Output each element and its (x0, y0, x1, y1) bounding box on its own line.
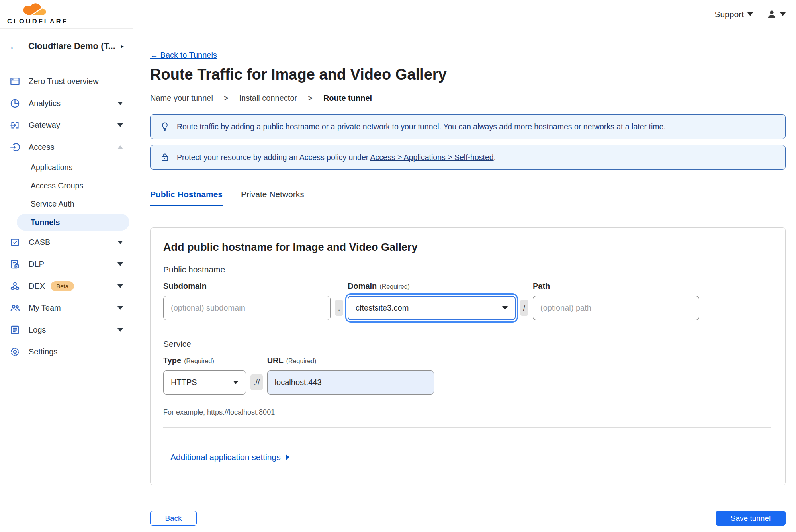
service-field-row: Type(Required) HTTPS :// URL(Required) (163, 356, 772, 395)
chevron-down-icon (117, 328, 123, 332)
gateway-icon (10, 120, 20, 131)
support-menu[interactable]: Support (714, 10, 753, 19)
back-arrow-icon[interactable]: ← (9, 41, 20, 52)
footer-actions: Back Save tunnel (150, 511, 786, 526)
chevron-right-icon[interactable]: ▸ (121, 43, 124, 50)
chevron-down-icon (117, 284, 123, 288)
url-input[interactable] (267, 370, 434, 395)
slash-separator: / (520, 300, 528, 316)
sidebar-item-my-team[interactable]: My Team (0, 297, 133, 319)
sidebar-item-access-groups[interactable]: Access Groups (0, 176, 133, 195)
chevron-down-icon (233, 381, 239, 384)
additional-application-settings-toggle[interactable]: Additional application settings (170, 452, 289, 462)
top-header: CLOUDFLARE Support (0, 0, 796, 28)
breadcrumb: Name your tunnel > Install connector > R… (150, 94, 786, 103)
sidebar-item-access[interactable]: Access (0, 136, 133, 158)
team-name: Cloudflare Demo (T... (28, 41, 121, 51)
public-hostname-card: Add public hostname for Image and Video … (150, 227, 786, 485)
support-label: Support (714, 10, 744, 19)
domain-select[interactable]: cftestsite3.com (348, 296, 516, 320)
casb-icon (10, 237, 20, 248)
info-banner-route-traffic: Route traffic by adding a public hostnam… (150, 114, 786, 139)
banner-text: Protect your resource by adding an Acces… (177, 153, 496, 162)
sidebar-nav: Zero Trust overview Analytics Gateway (0, 64, 133, 367)
domain-required-hint: (Required) (379, 283, 410, 290)
chevron-up-icon (117, 145, 123, 149)
sidebar-item-tunnels[interactable]: Tunnels (17, 214, 129, 231)
sidebar-item-logs[interactable]: Logs (0, 319, 133, 341)
sidebar-item-casb[interactable]: CASB (0, 231, 133, 253)
banner-text: Route traffic by adding a public hostnam… (177, 122, 666, 131)
save-tunnel-button[interactable]: Save tunnel (716, 511, 786, 526)
access-icon (10, 142, 20, 153)
gear-icon (10, 346, 20, 357)
chevron-right-icon (286, 454, 289, 460)
sidebar-item-label: Access (29, 143, 54, 152)
breadcrumb-separator: > (224, 94, 229, 103)
user-account-menu[interactable] (767, 9, 786, 20)
main-content: ← Back to Tunnels Route Traffic for Imag… (133, 28, 796, 532)
type-label-text: Type (163, 356, 181, 365)
sidebar-item-gateway[interactable]: Gateway (0, 114, 133, 136)
step-route-tunnel: Route tunnel (323, 94, 372, 103)
overview-icon (10, 76, 20, 87)
access-applications-self-hosted-link[interactable]: Access > Applications > Self-hosted (370, 153, 494, 162)
banner-text-suffix: . (494, 153, 496, 162)
tab-public-hostnames[interactable]: Public Hostnames (150, 190, 223, 206)
lock-icon (160, 153, 170, 162)
sidebar-item-applications[interactable]: Applications (0, 158, 133, 176)
dex-icon (10, 281, 20, 291)
sidebar-item-label: Settings (29, 347, 57, 356)
tab-private-networks[interactable]: Private Networks (241, 190, 304, 206)
chevron-down-icon (117, 241, 123, 244)
domain-label-text: Domain (348, 282, 377, 290)
tab-bar: Public Hostnames Private Networks (150, 190, 786, 206)
sidebar-item-zero-trust-overview[interactable]: Zero Trust overview (0, 70, 133, 92)
card-heading: Add public hostname for Image and Video … (163, 241, 772, 254)
sidebar-subitem-label: Applications (31, 163, 72, 172)
url-label: URL(Required) (267, 356, 434, 365)
chevron-down-icon (502, 306, 508, 310)
sidebar-item-settings[interactable]: Settings (0, 341, 133, 363)
analytics-icon (10, 98, 20, 109)
back-to-tunnels-link[interactable]: ← Back to Tunnels (150, 51, 217, 60)
sidebar-item-analytics[interactable]: Analytics (0, 92, 133, 114)
type-label: Type(Required) (163, 356, 246, 365)
sidebar-subitem-label: Service Auth (31, 200, 74, 209)
hostname-field-row: Subdomain . Domain(Required) cftestsite3… (163, 282, 772, 320)
sidebar-item-dex[interactable]: DEX Beta (0, 275, 133, 297)
scheme-separator: :// (250, 374, 263, 390)
url-label-text: URL (267, 356, 284, 365)
additional-settings-label: Additional application settings (170, 452, 281, 462)
service-type-select[interactable]: HTTPS (163, 370, 246, 395)
dlp-icon (10, 259, 20, 270)
card-divider (163, 427, 771, 428)
path-input[interactable] (533, 296, 699, 320)
sidebar-item-label: CASB (29, 238, 50, 247)
subdomain-label: Subdomain (163, 282, 331, 291)
path-label: Path (533, 282, 699, 291)
domain-label: Domain(Required) (348, 282, 516, 291)
sidebar-item-service-auth[interactable]: Service Auth (0, 195, 133, 213)
cloudflare-cloud-icon (19, 3, 57, 17)
chevron-down-icon (780, 12, 786, 16)
subdomain-input[interactable] (163, 296, 331, 320)
service-type-value: HTTPS (171, 378, 197, 387)
back-button[interactable]: Back (150, 511, 197, 526)
sidebar-item-label: My Team (29, 303, 61, 313)
domain-select-value: cftestsite3.com (356, 303, 409, 313)
beta-badge: Beta (51, 281, 74, 291)
info-banner-access-policy: Protect your resource by adding an Acces… (150, 145, 786, 170)
page-title: Route Traffic for Image and Video Galler… (150, 66, 786, 83)
sidebar-item-label: DLP (29, 260, 44, 269)
sidebar-item-label: Logs (29, 325, 46, 334)
sidebar-item-dlp[interactable]: DLP (0, 253, 133, 275)
team-switcher[interactable]: ← Cloudflare Demo (T... ▸ (0, 29, 133, 64)
sidebar-item-label: Zero Trust overview (29, 77, 99, 86)
breadcrumb-separator: > (308, 94, 313, 103)
sidebar-item-label: Gateway (29, 121, 60, 130)
sidebar-subitem-label: Tunnels (31, 218, 60, 227)
cloudflare-wordmark: CLOUDFLARE (7, 18, 68, 25)
public-hostname-label: Public hostname (163, 265, 772, 274)
sidebar-subitem-label: Access Groups (31, 181, 83, 190)
